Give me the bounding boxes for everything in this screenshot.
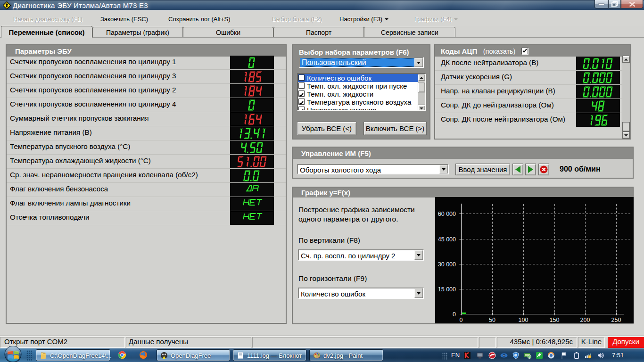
svg-text:200: 200 (580, 317, 590, 323)
svg-text:0: 0 (453, 311, 456, 318)
svg-text:150: 150 (550, 317, 560, 323)
svg-text:250: 250 (611, 317, 621, 323)
svg-text:100: 100 (519, 317, 528, 323)
svg-text:50: 50 (489, 317, 495, 323)
svg-text:30 000: 30 000 (438, 261, 456, 268)
svg-text:15 000: 15 000 (438, 286, 456, 293)
svg-text:45 000: 45 000 (438, 236, 456, 243)
svg-text:0: 0 (460, 317, 463, 323)
svg-text:60 000: 60 000 (438, 211, 456, 217)
